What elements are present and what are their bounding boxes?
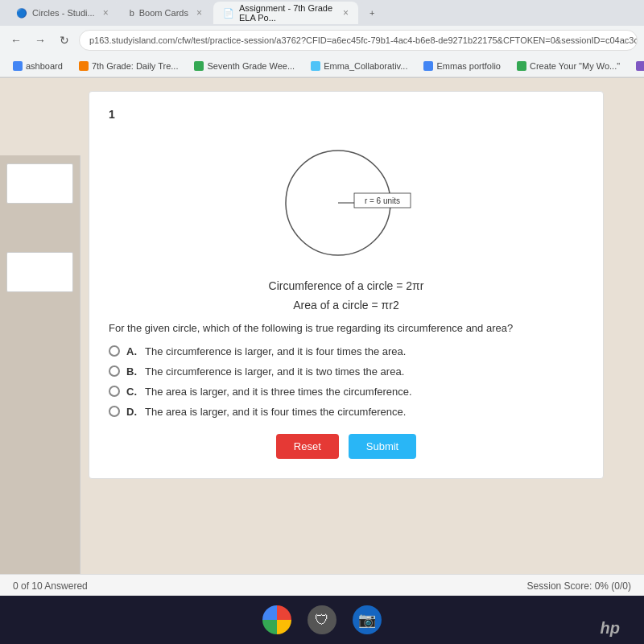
tab-circles[interactable]: 🔵 Circles - Studi... ×	[6, 2, 118, 24]
tab-label-assignment: Assignment - 7th Grade ELA Po...	[239, 3, 335, 23]
tab-close-circles[interactable]: ×	[103, 7, 109, 19]
bookmark-label-seventh: Seventh Grade Wee...	[207, 61, 295, 71]
option-text-c: The area is larger, and it is three time…	[145, 386, 412, 398]
tab-close-assignment[interactable]: ×	[343, 7, 349, 19]
circle-diagram: r = 6 units	[109, 130, 584, 267]
side-panel-left	[0, 155, 80, 644]
back-button[interactable]: ←	[6, 31, 26, 50]
vpn-icon[interactable]: 🛡	[308, 605, 336, 634]
refresh-button[interactable]: ↻	[55, 31, 74, 50]
option-text-d: The area is larger, and it is four times…	[145, 406, 406, 418]
browser-chrome: 🔵 Circles - Studi... × b Boom Cards × 📄 …	[0, 0, 644, 78]
tab-label-circles: Circles - Studi...	[32, 8, 95, 18]
address-bar-row: ← → ↻ p163.studyisland.com/cfw/test/prac…	[0, 26, 644, 55]
tab-icon-assignment: 📄	[223, 8, 234, 19]
option-b[interactable]: B. The circumference is larger, and it i…	[109, 365, 584, 378]
button-row: Reset Submit	[109, 434, 584, 459]
option-label-c: C.	[126, 386, 137, 398]
bookmark-label-dashboard: ashboard	[26, 61, 63, 71]
bookmark-label-7thgrade: 7th Grade: Daily Tre...	[92, 61, 179, 71]
bookmarks-bar: ashboard 7th Grade: Daily Tre... Seventh…	[0, 55, 644, 77]
formulas: Circumference of a circle = 2πr Area of …	[109, 277, 584, 316]
option-a[interactable]: A. The circumference is larger, and it i…	[109, 345, 584, 357]
tab-icon-circles: 🔵	[16, 8, 27, 19]
bookmark-icon-boom	[636, 61, 644, 71]
option-c[interactable]: C. The area is larger, and it is three t…	[109, 386, 584, 398]
option-text-b: The circumference is larger, and it is t…	[145, 365, 404, 378]
bookmark-dashboard[interactable]: ashboard	[6, 60, 69, 72]
bookmark-icon-7thgrade	[79, 61, 89, 71]
taskbar: 🛡 📷 hp	[0, 596, 644, 644]
page-content: 1 r = 6 units Circumference of a circle …	[0, 78, 644, 644]
option-text-a: The circumference is larger, and it is f…	[145, 345, 406, 357]
tab-assignment[interactable]: 📄 Assignment - 7th Grade ELA Po... ×	[213, 2, 358, 24]
bookmark-icon-emma-collab	[311, 61, 320, 71]
option-radio-b[interactable]	[109, 365, 120, 377]
tab-label-boom: Boom Cards	[139, 8, 188, 18]
bookmark-emmas-portfolio[interactable]: Emmas portfolio	[417, 60, 506, 72]
tab-icon-boom: b	[130, 8, 134, 18]
address-text: p163.studyisland.com/cfw/test/practice-s…	[89, 35, 638, 45]
submit-button[interactable]: Submit	[349, 434, 416, 459]
question-text: For the given circle, which of the follo…	[109, 322, 584, 334]
session-score: Session Score: 0% (0/0)	[527, 580, 631, 592]
bookmark-label-emmas-portfolio: Emmas portfolio	[436, 61, 500, 71]
bookmark-label-create-mywo: Create Your "My Wo..."	[530, 61, 620, 71]
circle-svg: r = 6 units	[274, 130, 419, 267]
camera-icon[interactable]: 📷	[353, 605, 382, 634]
options-list: A. The circumference is larger, and it i…	[109, 345, 584, 418]
bookmark-create-mywo[interactable]: Create Your "My Wo..."	[510, 60, 626, 72]
address-bar[interactable]: p163.studyisland.com/cfw/test/practice-s…	[79, 30, 638, 51]
bookmark-icon-seventh	[194, 61, 204, 71]
bookmark-icon-emmas-portfolio	[423, 61, 433, 71]
quiz-container: 1 r = 6 units Circumference of a circle …	[89, 91, 604, 479]
option-label-a: A.	[126, 345, 137, 357]
tab-close-boom[interactable]: ×	[196, 7, 202, 19]
tab-label-new: +	[369, 8, 374, 18]
option-radio-c[interactable]	[109, 386, 120, 397]
bookmark-seventh[interactable]: Seventh Grade Wee...	[188, 60, 301, 72]
tab-new[interactable]: +	[360, 2, 384, 24]
hp-logo: hp	[601, 619, 620, 638]
bookmark-label-emma-collab: Emma_Collaborativ...	[324, 61, 407, 71]
reset-button[interactable]: Reset	[276, 434, 339, 459]
option-radio-d[interactable]	[109, 406, 120, 417]
tab-bar: 🔵 Circles - Studi... × b Boom Cards × 📄 …	[0, 0, 644, 26]
status-bar: 0 of 10 Answered Session Score: 0% (0/0)	[0, 574, 644, 597]
question-number: 1	[109, 108, 584, 121]
option-radio-a[interactable]	[109, 345, 120, 357]
tab-boom[interactable]: b Boom Cards ×	[120, 2, 212, 24]
bookmark-emma-collab[interactable]: Emma_Collaborativ...	[304, 60, 414, 72]
option-label-b: B.	[126, 365, 137, 378]
option-label-d: D.	[126, 406, 137, 418]
formula1: Circumference of a circle = 2πr	[109, 277, 584, 296]
formula2: Area of a circle = πr2	[109, 296, 584, 316]
bookmark-7thgrade[interactable]: 7th Grade: Daily Tre...	[72, 60, 185, 72]
chrome-icon[interactable]	[262, 605, 291, 634]
bookmark-icon-dashboard	[13, 61, 23, 71]
answered-count: 0 of 10 Answered	[13, 580, 88, 592]
option-d[interactable]: D. The area is larger, and it is four ti…	[109, 406, 584, 418]
bookmark-icon-create-mywo	[517, 61, 526, 71]
svg-text:r = 6 units: r = 6 units	[365, 196, 400, 205]
forward-button[interactable]: →	[31, 31, 50, 50]
bookmark-boom[interactable]: Boom Cards	[630, 60, 644, 72]
